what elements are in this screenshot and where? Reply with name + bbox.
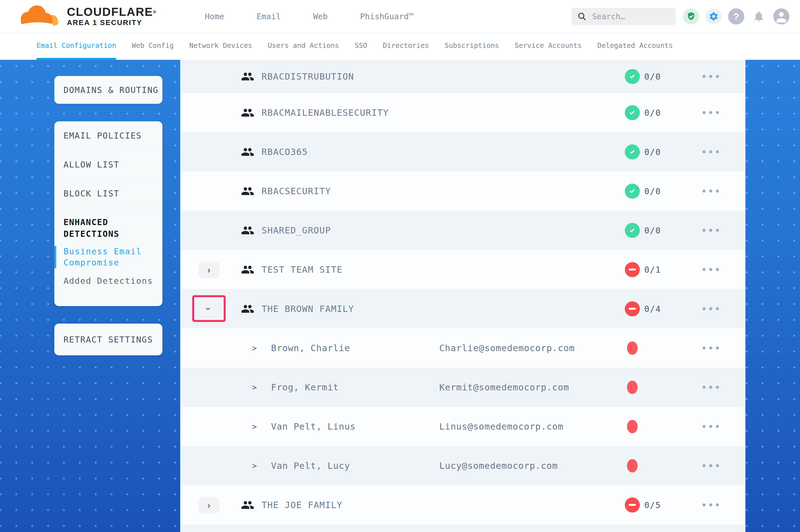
member-email: Charlie@somedemocorp.com — [439, 343, 575, 354]
group-name: RBACO365 — [261, 147, 308, 157]
status-pass-badge — [625, 105, 640, 120]
expand-group-button[interactable]: › — [199, 262, 219, 278]
row-menu-button[interactable] — [697, 460, 724, 471]
member-count: 0/5 — [644, 500, 661, 510]
ellipsis-dot — [709, 386, 712, 389]
tab-subscriptions[interactable]: Subscriptions — [444, 33, 499, 60]
ellipsis-dot — [703, 75, 706, 78]
ellipsis-dot — [716, 75, 719, 78]
group-name: RBACDISTRUBUTION — [261, 71, 354, 82]
status-pass-badge — [625, 145, 640, 159]
row-menu-button[interactable] — [697, 71, 724, 82]
ellipsis-dot — [709, 504, 712, 507]
sidebar-item-added-detections[interactable]: Added Detections — [63, 276, 156, 286]
member-expand-chevron-icon[interactable]: > — [252, 383, 257, 392]
row-menu-button[interactable] — [697, 264, 724, 275]
group-name: SHARED_GROUP — [261, 225, 331, 236]
sidebar-card-email-policies: EMAIL POLICIES ALLOW LIST BLOCK LIST ENH… — [54, 121, 162, 306]
member-expand-chevron-icon[interactable]: > — [252, 343, 257, 353]
ellipsis-dot — [709, 189, 712, 192]
row-menu-button[interactable] — [697, 343, 724, 354]
row-menu-button[interactable] — [697, 499, 724, 511]
group-icon — [241, 145, 254, 158]
enhanced-detections-section: ENHANCED DETECTIONS Business Email Compr… — [54, 208, 162, 286]
member-row: >Van Pelt, LucyLucy@somedemocorp.com — [180, 446, 745, 485]
ellipsis-dot — [703, 229, 706, 232]
minus-icon — [629, 308, 636, 310]
group-name: THE JOE FAMILY — [261, 500, 343, 510]
ellipsis-dot — [716, 268, 719, 271]
ellipsis-dot — [709, 111, 712, 114]
row-menu-button[interactable] — [697, 186, 724, 197]
group-row: ›THE JOE FAMILY0/5 — [180, 485, 745, 525]
nav-item-phishguard[interactable]: PhishGuard™ — [360, 12, 414, 21]
group-name: THE BROWN FAMILY — [261, 304, 354, 314]
member-count: 0/0 — [644, 72, 661, 81]
search-input[interactable] — [592, 12, 670, 21]
row-menu-button[interactable] — [697, 382, 724, 393]
status-pass-badge — [625, 223, 640, 238]
ellipsis-dot — [716, 425, 719, 428]
ellipsis-dot — [709, 229, 712, 232]
row-menu-button[interactable] — [697, 146, 724, 157]
ellipsis-dot — [703, 307, 706, 310]
status-fail-badge — [625, 262, 640, 277]
tab-sso[interactable]: SSO — [354, 33, 367, 60]
group-row: RBACDISTRUBUTION0/0 — [180, 60, 745, 93]
group-row: ›THE BROWN FAMILY0/4 — [180, 289, 745, 328]
row-menu-button[interactable] — [697, 421, 724, 432]
tab-users-and-actions[interactable]: Users and Actions — [268, 33, 339, 60]
chevron-right-icon: › — [207, 265, 210, 274]
nav-item-home[interactable]: Home — [205, 12, 224, 21]
primary-nav: Home Email Web PhishGuard™ — [205, 0, 414, 33]
tab-delegated-accounts[interactable]: Delegated Accounts — [597, 33, 673, 60]
minus-icon — [629, 268, 636, 270]
sidebar-item-retract-settings[interactable]: RETRACT SETTINGS — [54, 335, 153, 344]
sidebar-item-allow-list[interactable]: ALLOW LIST — [54, 150, 162, 179]
settings-gear-icon[interactable] — [706, 8, 722, 24]
member-email: Kermit@somedemocorp.com — [439, 382, 569, 393]
tab-network-devices[interactable]: Network Devices — [189, 33, 252, 60]
app-window: CLOUDFLARE® AREA 1 SECURITY Home Email W… — [0, 0, 800, 532]
tab-service-accounts[interactable]: Service Accounts — [515, 33, 582, 60]
ellipsis-dot — [709, 268, 712, 271]
expand-group-button[interactable]: › — [199, 497, 219, 513]
account-avatar-icon[interactable] — [773, 8, 789, 24]
shield-check-icon[interactable] — [683, 8, 699, 24]
cloudflare-logo[interactable]: CLOUDFLARE® AREA 1 SECURITY — [15, 3, 157, 30]
member-count: 0/0 — [644, 108, 661, 117]
tab-directories[interactable]: Directories — [383, 33, 429, 60]
group-icon — [241, 224, 254, 237]
search-icon — [577, 12, 587, 21]
member-expand-chevron-icon[interactable]: > — [252, 422, 257, 431]
sidebar-item-block-list[interactable]: BLOCK LIST — [54, 179, 162, 208]
group-name: RBACMAILENABLESECURITY — [261, 108, 389, 118]
ellipsis-dot — [703, 386, 706, 389]
group-name: RBACSECURITY — [261, 186, 331, 196]
group-table: RBACDISTRUBUTION0/0RBACMAILENABLESECURIT… — [180, 60, 745, 532]
help-icon[interactable]: ? — [728, 8, 744, 24]
logo-text: CLOUDFLARE® AREA 1 SECURITY — [67, 5, 157, 27]
status-pass-badge — [625, 69, 640, 84]
ellipsis-dot — [703, 464, 706, 467]
ellipsis-dot — [709, 464, 712, 467]
row-menu-button[interactable] — [697, 107, 724, 118]
group-icon — [241, 498, 254, 512]
nav-item-email[interactable]: Email — [257, 12, 281, 21]
sidebar-item-domains-routing[interactable]: DOMAINS & ROUTING — [54, 85, 159, 95]
member-expand-chevron-icon[interactable]: > — [252, 461, 257, 470]
tab-web-config[interactable]: Web Config — [132, 33, 174, 60]
member-name: Brown, Charlie — [271, 343, 350, 354]
status-fail-dot — [627, 459, 638, 473]
status-pass-badge — [625, 184, 640, 199]
sidebar-item-email-policies[interactable]: EMAIL POLICIES — [54, 121, 162, 150]
row-menu-button[interactable] — [697, 303, 724, 315]
notifications-bell-icon[interactable] — [751, 8, 767, 24]
tab-email-configuration[interactable]: Email Configuration — [36, 33, 116, 60]
sidebar-item-business-email-compromise[interactable]: Business Email Compromise — [54, 246, 156, 268]
row-menu-button[interactable] — [697, 225, 724, 236]
nav-item-web[interactable]: Web — [313, 12, 328, 21]
ellipsis-dot — [716, 386, 719, 389]
ellipsis-dot — [716, 346, 719, 349]
ellipsis-dot — [703, 346, 706, 349]
